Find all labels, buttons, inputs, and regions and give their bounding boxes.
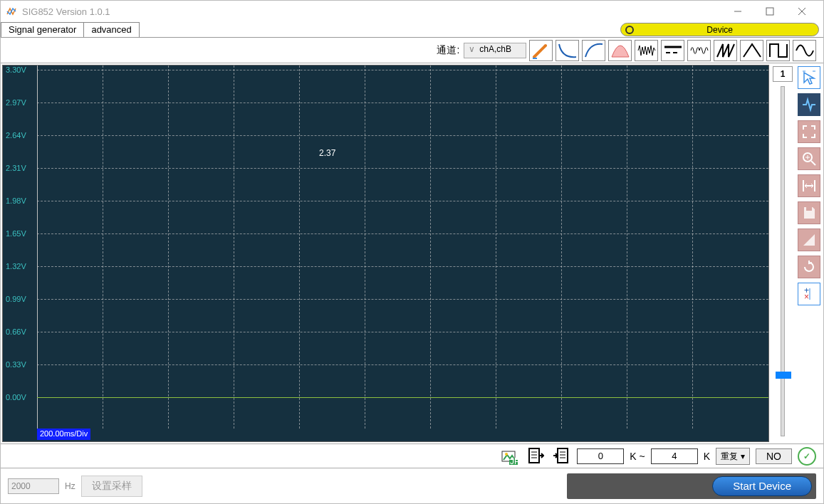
channel-label: 通道: — [437, 44, 459, 57]
y-tick: 0.33V — [6, 360, 26, 369]
minimize-button[interactable] — [721, 1, 753, 21]
vertical-slider-column: 1 — [769, 63, 796, 443]
math-add-remove-icon[interactable]: +× — [798, 283, 820, 305]
right-column: 1 +× — [769, 63, 823, 443]
start-bar: Start Device — [567, 473, 816, 499]
svg-rect-16 — [806, 207, 812, 211]
y-axis: 3.30V 2.97V 2.64V 2.31V 1.98V 1.65V 1.32… — [3, 65, 37, 429]
svg-text:×: × — [804, 292, 809, 302]
set-sample-button[interactable]: 设置采样 — [81, 476, 142, 497]
k-separator: K ~ — [630, 451, 645, 462]
y-tick: 3.30V — [6, 65, 26, 74]
import-data-icon[interactable] — [551, 446, 571, 466]
y-tick: 1.32V — [6, 262, 26, 271]
tab-advanced[interactable]: advanced — [83, 22, 139, 37]
zoom-in-icon[interactable] — [798, 147, 820, 170]
main-row: 3.30V 2.97V 2.64V 2.31V 1.98V 1.65V 1.32… — [1, 63, 823, 443]
svg-point-22 — [505, 453, 508, 456]
square-icon[interactable] — [766, 40, 790, 61]
device-button-label: Device — [706, 25, 733, 35]
dropdown-icon: ▾ — [741, 451, 745, 461]
toolbar: 通道: ∨chA,chB — [1, 38, 823, 63]
x-axis-strip: 200.00ms/Div — [37, 429, 768, 441]
channel-value: chA,chB — [479, 44, 511, 54]
start-device-button[interactable]: Start Device — [712, 476, 812, 496]
y-tick: 1.65V — [6, 229, 26, 238]
app-icon — [6, 6, 18, 17]
range-from-input[interactable] — [577, 448, 624, 464]
tab-signal-generator[interactable]: Signal generator — [1, 22, 84, 37]
dc-level-icon[interactable] — [661, 40, 684, 61]
bottom-bar-1: JPG K ~ K 重复 ▾ NO ✓ — [1, 443, 823, 468]
y-tick: 2.97V — [6, 98, 26, 107]
export-jpg-icon[interactable]: JPG — [500, 446, 520, 466]
channel-select[interactable]: ∨chA,chB — [464, 43, 526, 58]
redo-icon[interactable] — [798, 256, 820, 278]
sine-icon[interactable] — [793, 40, 816, 61]
maximize-button[interactable] — [753, 1, 786, 21]
noise-icon[interactable] — [635, 40, 658, 61]
y-tick: 0.66V — [6, 327, 26, 336]
fit-horizontal-icon[interactable] — [798, 174, 820, 197]
pencil-tool-icon[interactable] — [529, 40, 553, 61]
burst-icon[interactable] — [687, 40, 711, 61]
channel-indicator[interactable]: 1 — [773, 66, 793, 82]
save-icon[interactable] — [798, 201, 820, 224]
svg-marker-17 — [803, 234, 815, 246]
svg-rect-1 — [766, 8, 773, 15]
measure-icon[interactable] — [798, 229, 820, 251]
svg-rect-25 — [529, 448, 539, 463]
range-to-input[interactable] — [651, 448, 698, 464]
triangle-icon[interactable] — [740, 40, 763, 61]
y-tick: 2.31V — [6, 164, 26, 172]
k-suffix: K — [704, 451, 710, 462]
export-data-icon[interactable] — [526, 446, 546, 466]
y-tick: 2.64V — [6, 131, 26, 140]
plot-grid: 2.37 — [37, 65, 768, 429]
no-button[interactable]: NO — [756, 448, 792, 464]
side-tool-column: +× — [796, 63, 823, 443]
svg-rect-29 — [558, 448, 568, 463]
sample-rate-input[interactable] — [8, 478, 59, 494]
svg-text:JPG: JPG — [510, 456, 519, 466]
cursor-readout: 2.37 — [319, 148, 335, 158]
time-per-div: 200.00ms/Div — [37, 429, 90, 440]
vertical-slider[interactable] — [781, 86, 785, 436]
plot-area[interactable]: 3.30V 2.97V 2.64V 2.31V 1.98V 1.65V 1.32… — [2, 65, 769, 442]
window-title: SIG852 Version 1.0.1 — [22, 6, 721, 17]
expand-icon[interactable] — [798, 120, 820, 143]
device-button[interactable]: Device — [620, 23, 819, 36]
confirm-check-icon[interactable]: ✓ — [798, 447, 816, 466]
rise-curve-icon[interactable] — [582, 40, 605, 61]
svg-line-10 — [811, 161, 815, 165]
y-tick: 0.99V — [6, 295, 26, 303]
repeat-button[interactable]: 重复 ▾ — [716, 448, 750, 465]
hz-label: Hz — [65, 481, 75, 491]
close-button[interactable] — [786, 1, 818, 21]
record-dot-icon — [625, 26, 634, 34]
tab-bar: Signal generator advanced Device — [1, 22, 823, 38]
decay-curve-icon[interactable] — [556, 40, 579, 61]
titlebar: SIG852 Version 1.0.1 — [1, 1, 823, 22]
slider-thumb[interactable] — [776, 372, 791, 379]
y-tick: 1.98V — [6, 196, 26, 205]
bottom-bar-2: Hz 设置采样 Start Device — [1, 468, 823, 503]
sawtooth-icon[interactable] — [714, 40, 737, 61]
y-tick: 0.00V — [6, 393, 26, 401]
gaussian-icon[interactable] — [608, 40, 632, 61]
oscilloscope-icon[interactable] — [798, 93, 820, 116]
cursor-select-icon[interactable] — [798, 66, 820, 89]
